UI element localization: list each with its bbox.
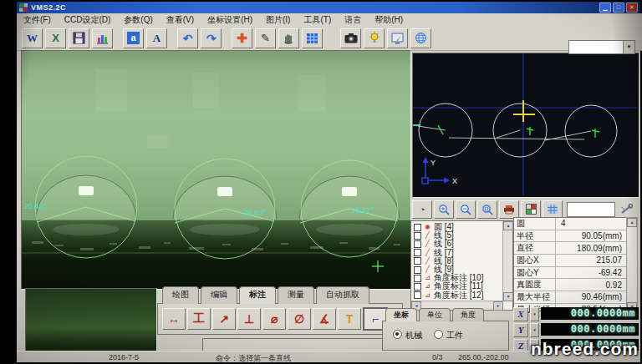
property-name: 圆 <box>514 218 556 230</box>
dim-diameter-button[interactable]: ⌀ <box>262 308 286 330</box>
capture-image-button[interactable] <box>340 28 361 48</box>
feature-checkbox[interactable] <box>414 224 421 231</box>
circle-feature-icon: ◉ <box>424 224 431 230</box>
cad-value-input[interactable] <box>567 202 615 217</box>
tab-edit[interactable]: 编辑 <box>201 286 237 304</box>
tab-annotate[interactable]: 标注 <box>239 286 276 304</box>
tab-units[interactable]: 单位 <box>419 308 451 321</box>
camera-icon <box>344 33 358 43</box>
menu-tools[interactable]: 工具(T) <box>303 14 331 26</box>
maximize-button[interactable]: □ <box>613 3 624 13</box>
property-name: 圆心Y <box>514 267 556 279</box>
show-grid-button[interactable] <box>543 200 563 219</box>
color-grid-button[interactable] <box>521 200 541 219</box>
minimize-button[interactable]: ▁ <box>599 3 611 13</box>
grid-table-button[interactable] <box>302 28 323 48</box>
light-control-button[interactable] <box>364 28 385 48</box>
line-feature-icon: ╱ <box>424 250 431 256</box>
print-button[interactable] <box>499 200 519 219</box>
dim-perpendicular-button[interactable]: ⊥ <box>237 308 261 330</box>
radio-machine[interactable]: 机械 <box>393 330 422 341</box>
feature-row-line[interactable]: ╱线 [5] <box>412 231 502 240</box>
tab-draw[interactable]: 绘图 <box>162 286 199 304</box>
language-globe-button[interactable] <box>410 28 431 48</box>
menu-ccd-settings[interactable]: CCD设定(D) <box>64 14 111 26</box>
feature-checkbox[interactable] <box>414 266 421 274</box>
menu-image[interactable]: 图片(I) <box>266 14 290 26</box>
scroll-up-icon[interactable]: ▴ <box>503 221 513 230</box>
cad-preview[interactable]: Y X <box>412 53 639 198</box>
zoom-in-button[interactable] <box>434 200 454 219</box>
substrate-speckles <box>22 241 410 254</box>
dim-horizontal-button[interactable]: ↔ <box>162 308 186 330</box>
report-chart-button[interactable] <box>92 28 113 48</box>
export-excel-button[interactable]: X <box>45 28 66 48</box>
feature-checkbox[interactable] <box>414 240 421 248</box>
status-coordinates: 265.00,-202.00 <box>458 353 509 361</box>
menu-help[interactable]: 帮助(H) <box>374 14 403 26</box>
feature-checkbox[interactable] <box>414 275 421 282</box>
screen-edit-button[interactable] <box>387 28 408 48</box>
zoom-out-icon <box>460 204 471 215</box>
dim-aligned-button[interactable]: ↗ <box>212 308 236 330</box>
tab-autocapture[interactable]: 自动抓取 <box>316 286 369 304</box>
undo-button[interactable]: ↶ <box>177 28 198 48</box>
scroll-down-icon[interactable]: ▾ <box>503 292 513 301</box>
export-word-button[interactable]: W <box>22 28 43 48</box>
save-button[interactable] <box>69 28 89 48</box>
font-large-button[interactable]: A <box>146 28 167 48</box>
crosshair-plus-icon: ✚ <box>237 31 247 46</box>
axis-x-button[interactable]: X <box>513 307 528 321</box>
menu-file[interactable]: 文件(F) <box>23 14 51 26</box>
add-point-button[interactable]: ✚ <box>232 28 252 48</box>
tab-measure[interactable]: 测量 <box>278 286 314 304</box>
feature-row-angle[interactable]: ⊿角度标注 [12] <box>412 291 502 300</box>
table-row: 最大半径90.46(mm) <box>514 291 626 304</box>
cursor-cross-icon <box>372 260 384 272</box>
dim-vertical-button[interactable]: 工 <box>187 308 211 330</box>
dim-angle-button[interactable]: ∡ <box>313 308 336 330</box>
scroll-up-icon[interactable]: ▴ <box>627 218 637 227</box>
zoom-fit-button[interactable] <box>477 200 497 219</box>
menu-view[interactable]: 查看(V) <box>166 14 194 26</box>
menu-coordinate-settings[interactable]: 坐标设置(H) <box>207 14 252 26</box>
feature-row-line[interactable]: ╱线 [6] <box>412 240 502 248</box>
pan-hand-button[interactable] <box>278 28 299 48</box>
feature-checkbox[interactable] <box>414 291 421 299</box>
feature-checkbox[interactable] <box>414 232 421 240</box>
axis-y-spinner[interactable]: ▾ <box>530 323 539 337</box>
feature-checkbox[interactable] <box>414 249 421 256</box>
angle-label-2: 20.93° <box>244 209 267 217</box>
property-table-scrollbar[interactable]: ▴ ▾ <box>626 217 638 312</box>
axis-y-button[interactable]: Y <box>513 323 528 337</box>
rotate-view-button[interactable]: ◔ <box>412 200 432 219</box>
dim-text-button[interactable]: T <box>338 308 361 330</box>
feature-row-circle[interactable]: ◉圆 [4] <box>412 223 502 231</box>
tab-coordinates[interactable]: 坐标 <box>385 308 417 321</box>
tool-button[interactable] <box>617 201 635 218</box>
radio-workpiece[interactable]: 工件 <box>434 330 463 341</box>
close-button[interactable]: ✕ <box>626 3 638 13</box>
dro-row-y: Y ▾ 000.0000mm <box>513 323 639 337</box>
camera-live-view[interactable]: 20.42° 20.93° 19.17° <box>21 50 411 290</box>
menu-language[interactable]: 语言 <box>344 14 361 26</box>
feature-checkbox[interactable] <box>414 283 421 291</box>
radio-machine-icon[interactable] <box>393 330 402 339</box>
feature-list-vscrollbar[interactable]: ▴ ▾ <box>502 221 512 301</box>
radio-workpiece-icon[interactable] <box>434 330 443 339</box>
axis-x-spinner[interactable]: ▾ <box>530 307 539 321</box>
zoom-out-button[interactable] <box>456 200 476 219</box>
feature-checkbox[interactable] <box>414 257 421 265</box>
redo-button[interactable]: ↷ <box>201 28 222 48</box>
tab-angle[interactable]: 角度 <box>452 308 484 321</box>
menu-parameters[interactable]: 参数(Q) <box>124 14 152 26</box>
feature-row-line[interactable]: ╱线 [7] <box>412 249 502 257</box>
axis-x-label: X <box>452 177 457 185</box>
chevron-down-icon[interactable]: ▾ <box>623 41 634 53</box>
feature-row-line[interactable]: ╱线 [8] <box>412 257 502 265</box>
draw-pen-button[interactable]: ✎ <box>255 28 276 48</box>
dim-radius-button[interactable]: ∅ <box>288 308 311 330</box>
status-date: 2016-7-5 <box>109 353 139 361</box>
font-small-button[interactable]: a <box>123 28 144 48</box>
magnification-select[interactable]: ▾ <box>568 40 635 54</box>
